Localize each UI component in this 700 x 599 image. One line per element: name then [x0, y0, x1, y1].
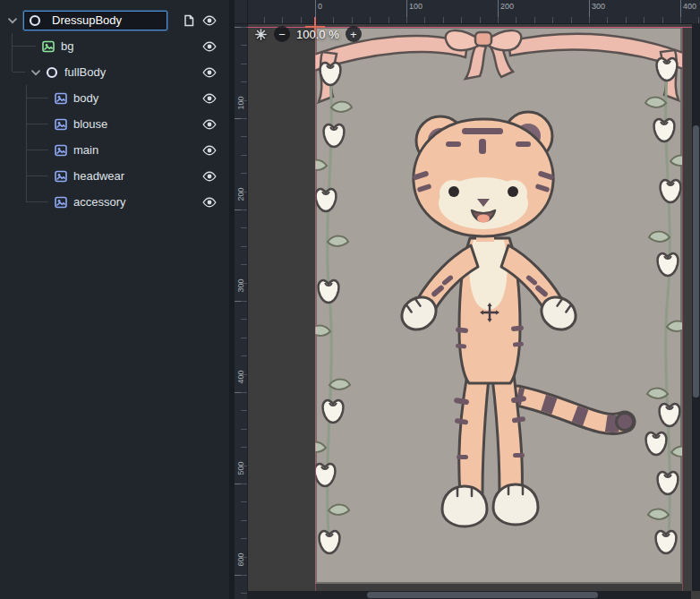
sprite-icon: [54, 91, 68, 106]
ruler-label: 400: [236, 365, 245, 389]
visibility-toggle[interactable]: [201, 116, 218, 133]
visibility-toggle[interactable]: [201, 168, 218, 184]
vertical-scrollbar[interactable]: [692, 23, 700, 591]
center-view-icon[interactable]: [254, 28, 268, 41]
viewport-bounds-left: [315, 27, 316, 599]
zoom-out-button[interactable]: −: [274, 26, 290, 42]
scene-tree-panel: bg fullBody body blouse main headwear ac…: [0, 0, 229, 599]
tree-node-headwear[interactable]: headwear: [0, 163, 229, 189]
ruler-label: 300: [592, 2, 605, 11]
ruler-label: 500: [236, 457, 245, 480]
texture-icon: [41, 39, 55, 54]
ruler-label: 300: [236, 274, 245, 297]
zoom-in-button[interactable]: +: [346, 26, 362, 42]
horizontal-scrollbar[interactable]: [247, 591, 691, 599]
node-label: headwear: [73, 169, 124, 183]
sprite-icon: [54, 195, 68, 210]
visibility-toggle[interactable]: [201, 194, 218, 210]
viewport-bounds-right: [682, 27, 683, 599]
rename-input[interactable]: [52, 13, 161, 27]
ruler-label: 0: [318, 2, 322, 11]
tree-node-main[interactable]: main: [0, 137, 229, 163]
tree-node-dressupbody[interactable]: [0, 7, 229, 33]
tree-node-blouse[interactable]: blouse: [0, 111, 229, 137]
ruler-label: 200: [500, 2, 514, 11]
ruler-label: 100: [236, 91, 245, 115]
ruler-corner: [235, 0, 248, 24]
scrollbar-thumb[interactable]: [367, 592, 598, 598]
sprite-icon: [54, 117, 68, 132]
visibility-toggle[interactable]: [201, 142, 218, 158]
node-label: fullBody: [64, 65, 106, 79]
collapse-chevron-icon[interactable]: [5, 13, 21, 28]
node2d-icon: [28, 13, 42, 28]
ruler-label: 200: [236, 183, 245, 206]
zoom-level[interactable]: 100.0 %: [296, 28, 339, 41]
node-label: accessory: [73, 195, 126, 209]
collapse-chevron-icon[interactable]: [29, 65, 45, 80]
node-label: main: [73, 143, 98, 157]
canvas-workspace[interactable]: − 100.0 % +: [247, 23, 700, 599]
node-label: bg: [61, 39, 73, 53]
ruler-label: 600: [236, 548, 245, 571]
viewport-toolbar: − 100.0 % +: [254, 26, 362, 42]
ruler-label: 100: [409, 2, 423, 11]
tree-node-body[interactable]: body: [0, 85, 229, 111]
visibility-toggle[interactable]: [201, 64, 218, 81]
tree-node-fullbody[interactable]: fullBody: [0, 59, 229, 85]
node-label: body: [73, 91, 98, 105]
vertical-ruler[interactable]: 100 200 300 400 500 600: [235, 23, 248, 599]
sprite-icon: [54, 143, 68, 158]
node2d-icon: [45, 65, 59, 80]
visibility-toggle[interactable]: [201, 90, 218, 107]
visibility-toggle[interactable]: [201, 13, 218, 29]
visibility-toggle[interactable]: [201, 39, 218, 55]
canvas-artwork: [315, 27, 682, 584]
sprite-icon: [54, 169, 68, 184]
tree-node-bg[interactable]: bg: [0, 33, 229, 59]
node-label: blouse: [73, 117, 107, 131]
node-rename-field[interactable]: [23, 11, 167, 30]
ruler-label: 400: [683, 2, 696, 11]
scrollbar-thumb[interactable]: [693, 125, 699, 398]
viewport-2d[interactable]: 0 100 200 300 400 100 200 300 400 500 60…: [235, 0, 700, 599]
scene-file-icon[interactable]: [182, 13, 196, 28]
tree-node-accessory[interactable]: accessory: [0, 189, 229, 215]
